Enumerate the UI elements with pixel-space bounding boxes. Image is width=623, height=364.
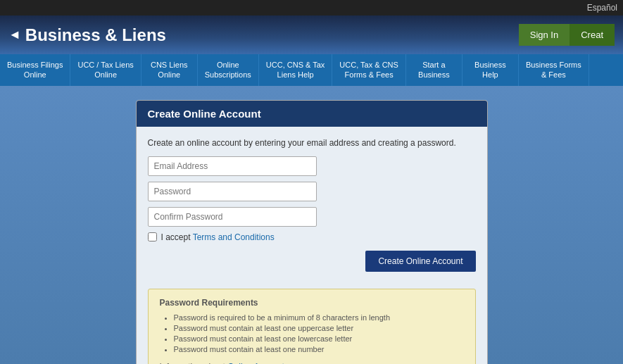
language-link[interactable]: Español (587, 3, 617, 13)
nav-bar: Business FilingsOnline UCC / Tax LiensOn… (0, 54, 623, 86)
signin-button[interactable]: Sign In (519, 24, 569, 46)
top-bar: Español (0, 0, 623, 15)
create-button[interactable]: Creat (569, 24, 615, 46)
req-item-3: Password must contain at least one lower… (174, 334, 464, 343)
password-req-list: Password is required to be a minimum of … (160, 313, 464, 353)
nav-item-ucc-cns-tax[interactable]: UCC, CNS & TaxLiens Help (259, 54, 333, 86)
nav-item-ucc-tax-liens[interactable]: UCC / Tax LiensOnline (70, 54, 141, 86)
create-account-card: Create Online Account Create an online a… (136, 100, 488, 364)
terms-link[interactable]: Terms and Conditions (193, 232, 275, 242)
header-buttons: Sign In Creat (519, 24, 615, 46)
nav-item-start-business[interactable]: Start aBusiness (406, 54, 462, 86)
nav-item-business-forms-fees[interactable]: Business Forms& Fees (519, 54, 589, 86)
email-input[interactable] (148, 156, 317, 176)
site-title: Business & Liens (25, 25, 166, 45)
form-description: Create an online account by entering you… (148, 138, 476, 148)
create-account-button[interactable]: Create Online Account (365, 251, 475, 272)
req-item-2: Password must contain at least one upper… (174, 324, 464, 332)
req-item-4: Password must contain at least one numbe… (174, 345, 464, 353)
terms-checkbox-row: I accept Terms and Conditions (148, 232, 476, 242)
password-req-title: Password Requirements (160, 298, 464, 308)
online-accounts-section: Information about Online Accounts (160, 362, 464, 364)
submit-row: Create Online Account (148, 251, 476, 280)
nav-item-cns-liens[interactable]: CNS LiensOnline (141, 54, 198, 86)
online-accounts-link[interactable]: Online Accounts (227, 362, 289, 364)
nav-item-business-filings[interactable]: Business FilingsOnline (0, 54, 70, 86)
nav-item-online-subscriptions[interactable]: OnlineSubscriptions (198, 54, 259, 86)
back-arrow-icon[interactable]: ◄ (8, 27, 21, 42)
card-body: Create an online account by entering you… (137, 127, 487, 364)
nav-item-ucc-tax-cns-forms[interactable]: UCC, Tax & CNSForms & Fees (332, 54, 406, 86)
terms-checkbox[interactable] (148, 232, 157, 241)
terms-label: I accept Terms and Conditions (161, 232, 275, 242)
nav-item-business-help[interactable]: BusinessHelp (462, 54, 519, 86)
header-title: ◄ Business & Liens (8, 25, 166, 45)
main-content: Create Online Account Create an online a… (0, 86, 623, 364)
header: ◄ Business & Liens Sign In Creat (0, 15, 623, 54)
password-input[interactable] (148, 182, 317, 201)
req-item-1: Password is required to be a minimum of … (174, 313, 464, 322)
confirm-password-input[interactable] (148, 207, 317, 227)
password-requirements: Password Requirements Password is requir… (148, 289, 476, 364)
card-title: Create Online Account (137, 101, 487, 127)
